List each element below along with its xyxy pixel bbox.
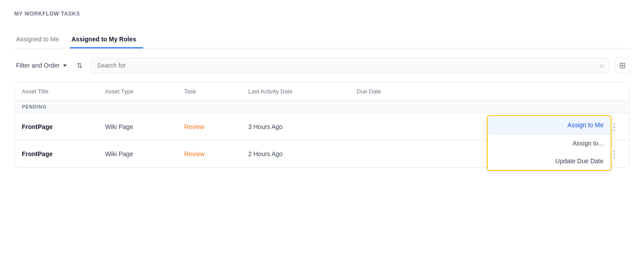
grid-icon: ⊞ [619,60,626,70]
tabs-container: Assigned to Me Assigned to My Roles [14,31,630,48]
cell-last-activity-date: 2 Hours Ago [241,141,350,168]
grid-view-button[interactable]: ⊞ [615,57,630,73]
col-due-date: Due Date [349,83,629,101]
cell-task: Review [177,141,241,168]
filter-order-label: Filter and Order [16,62,60,69]
table-body: PENDING FrontPage Wiki Page Review 3 [15,101,629,168]
table-container: Asset Title Asset Type Task Last Activit… [14,82,630,168]
cell-asset-type: Wiki Page [98,113,177,141]
table-header: Asset Title Asset Type Task Last Activit… [15,83,629,101]
cell-actions-1: Assign to Me Assign to... Update Due Dat… [349,113,629,141]
cell-task: Review [177,113,241,141]
col-last-activity-date: Last Activity Date [241,83,350,101]
col-asset-title: Asset Title [15,83,98,101]
assign-to-me-item[interactable]: Assign to Me [488,116,611,134]
chevron-down-icon [63,65,67,67]
filter-order-button[interactable]: Filter and Order [14,59,69,72]
search-icon: ⌕ [600,61,604,69]
sort-icon: ⇅ [77,62,82,69]
group-header-pending: PENDING [15,101,629,113]
tab-assigned-to-my-roles[interactable]: Assigned to My Roles [70,31,143,48]
cell-asset-title: FrontPage [15,113,98,141]
assign-to-item[interactable]: Assign to... [488,134,611,152]
col-asset-type: Asset Type [98,83,177,101]
cell-asset-type: Wiki Page [98,141,177,168]
table-row: FrontPage Wiki Page Review 3 Hours Ago [15,113,629,141]
search-container: ⌕ [90,58,610,73]
context-menu: Assign to Me Assign to... Update Due Dat… [487,115,612,171]
workflow-table: Asset Title Asset Type Task Last Activit… [15,83,629,167]
page-container: MY WORKFLOW TASKS Assigned to Me Assigne… [0,0,644,178]
tab-assigned-to-me[interactable]: Assigned to Me [14,31,66,48]
cell-asset-title: FrontPage [15,141,98,168]
cell-last-activity-date: 3 Hours Ago [241,113,350,141]
sort-button[interactable]: ⇅ [74,60,85,72]
page-title: MY WORKFLOW TASKS [14,11,630,17]
update-due-date-item[interactable]: Update Due Date [488,152,611,170]
toolbar: Filter and Order ⇅ ⌕ ⊞ [14,57,630,73]
search-input[interactable] [90,58,610,73]
col-task: Task [177,83,241,101]
